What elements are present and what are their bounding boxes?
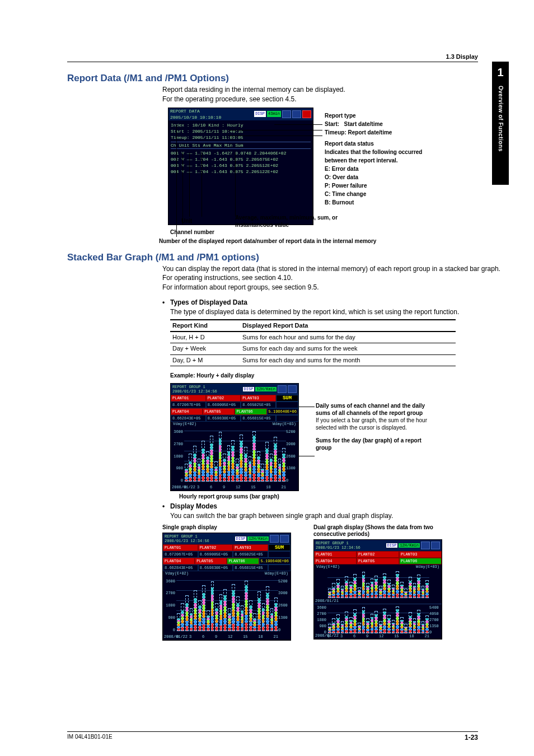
rpt-icon-1 [282, 110, 291, 118]
plant-val-2: 8.669005E+05 [206, 402, 241, 408]
sec2-p3: For information about report groups, see… [162, 283, 500, 292]
plant-val-1: 8.672067E+05 [171, 402, 206, 408]
section-stacked-bar-title: Stacked Bar Graph (/M1 and /PM1 options) [67, 252, 500, 263]
plant-hdr-3: PLANT03 [241, 395, 276, 402]
header-section: 1.3 Display [446, 53, 478, 60]
plant-val-3: 8.665025E+05 [241, 402, 276, 408]
plant-hdr-2: PLANT02 [206, 395, 241, 402]
td-r1b: Sums for each hour and sums for the day [240, 332, 456, 343]
ex-icon-1 [278, 385, 287, 393]
rpt-line-start: Start : 2005/11/11 10:40:35 [171, 128, 311, 134]
plant-val-5: 8.659830E+05 [206, 415, 241, 422]
rpt-row-2: 002 V —— 1.704 -1.643 0.075 2.205675E+02 [171, 156, 311, 162]
ex-mode: 12H/Kmin [255, 387, 277, 391]
plant-val-6: 8.656815E+05 [241, 415, 276, 422]
rpt-mode: 43min [267, 111, 281, 117]
rpt-row-3: 003 V —— 1.704 -1.643 0.075 2.205512E+02 [171, 162, 311, 169]
plant-hdr-5: PLANT05 [203, 408, 235, 415]
dual-graph-screenshot: REPORT GROUP 12008/01/23 12:34:56 DISP 1… [313, 539, 442, 640]
dual-date-2: 2008/01/22 [315, 633, 339, 638]
rpt-table-header: Ch Unit Sts Ave Max Min Sum [171, 142, 311, 149]
callout-status-desc2: between the report interval. [325, 157, 422, 165]
ylabel-left: Vday(E+02) [173, 422, 196, 426]
callout-timeup-k: Timeup: [325, 129, 346, 136]
plant-hdr-4: PLANT04 [171, 408, 203, 415]
callout-p: P: Power failure [325, 182, 422, 190]
plant-hdr-6: PLANT06 [235, 408, 266, 415]
rpt-row-4: 004 V —— 1.704 -1.643 0.075 2.205122E+02 [171, 169, 311, 175]
rpt-disp-btn: DISP [254, 111, 266, 117]
callout-avg: Average, maximum, minimum, sum, or insta… [235, 214, 364, 228]
callout-unit: Unit [181, 217, 192, 225]
sec1-p2: For the operating procedure, see section… [162, 95, 500, 104]
rpt-title-line1: REPORT DATA [170, 108, 221, 114]
bullet-types-title: Types of Displayed Data [170, 298, 247, 307]
callout-o: O: Over data [325, 174, 422, 181]
sec1-p1: Report data residing in the internal mem… [162, 85, 500, 95]
xticks: 036912151821 [184, 485, 286, 489]
ex-title2: 2008/01/23 12:34:56 [172, 389, 217, 394]
single-graph-screenshot: REPORT GROUP 12008/01/23 12:34:56 DISP 1… [162, 533, 291, 641]
report-callouts: Report type Start: Start date/time Timeu… [325, 112, 422, 207]
page-footer: IM 04L41B01-01E 1-23 [67, 731, 478, 741]
callout-channel: Channel number [170, 228, 214, 236]
report-kind-table: Report KindDisplayed Report Data Hour, H… [170, 319, 456, 367]
callout-index: Number of the displayed report data/numb… [159, 237, 472, 245]
single-caption: Single graph display [162, 524, 297, 531]
plant-sum-hdr: SUM [276, 395, 298, 402]
note1-bold: Daily sums of each channel and the daily… [316, 403, 425, 416]
xdate: 2008/01/22 [172, 485, 195, 489]
callout-start-v: Start date/time [344, 121, 382, 127]
ex-disp: DISP [243, 387, 255, 391]
sec2-p2: For operating instructions, see section … [162, 273, 500, 283]
rpt-icon-3 [302, 110, 311, 118]
td-r3b: Sums for each day and sums for the month [240, 354, 456, 366]
header-rule [67, 62, 478, 62]
bars-area [184, 431, 286, 482]
td-r2b: Sums for each day and sums for the week [240, 343, 456, 354]
rpt-title-line2: 2005/10/10 10:10:10 [170, 114, 221, 120]
modes-text: You can switch the bar graph between sin… [170, 511, 500, 521]
plant-hdr-1: PLANT01 [171, 395, 206, 402]
note1-text: If you select a bar graph, the sum of th… [316, 417, 427, 431]
footer-doc-id: IM 04L41B01-01E [67, 734, 113, 741]
td-r2a: Day + Week [170, 343, 240, 354]
td-r1a: Hour, H + D [170, 332, 240, 343]
report-data-figure: REPORT DATA 2005/10/10 10:10:10 DISP 43m… [162, 108, 476, 248]
ex-icon-2 [288, 385, 297, 393]
example-caption: Example: Hourly + daily display [170, 372, 500, 380]
ex-title1: REPORT GROUP 1 [172, 385, 217, 389]
callout-b: B: Burnout [325, 199, 422, 207]
callout-start-k: Start: [325, 121, 339, 127]
ylabel-right: Wday(E+03) [273, 422, 296, 426]
callout-timeup-v: Report date/time [348, 129, 392, 136]
chapter-tab: 1 Overview of Functions [492, 62, 509, 185]
chapter-label: Overview of Functions [498, 86, 504, 152]
sec2-p1: You can display the report data (that is… [162, 264, 500, 274]
example-below-caption: Hourly report group sums (bar graph) [179, 493, 500, 500]
example-screenshot: REPORT GROUP 1 2008/01/23 12:34:56 DISP … [170, 383, 299, 491]
plant-val-4: 8.662843E+05 [171, 415, 206, 422]
plant-sum-sp [276, 402, 298, 408]
note2-bold: Sums for the day (bar graph) of a report… [316, 437, 421, 451]
callout-status: Report data status [325, 140, 422, 148]
callout-c: C: Time change [325, 190, 422, 198]
rpt-icon-2 [292, 110, 301, 118]
callout-status-desc1: Indicates that the following occurred [325, 148, 422, 156]
bullet-modes-title: Display Modes [170, 502, 217, 511]
bullet-types-text: The type of displayed data is determined… [170, 307, 500, 317]
callout-report-type: Report type [325, 112, 422, 120]
dual-date-1: 2008/01/21 [315, 599, 339, 603]
rpt-row-1: 001 V —— 1.7043 -1.6427 0.0748 2.204406E… [171, 150, 311, 156]
yticks-right: 52003900260013000 [286, 430, 297, 483]
footer-page-num: 1-23 [465, 734, 478, 741]
dual-caption: Dual graph display (Shows the data from … [313, 524, 448, 538]
section-report-data-title: Report Data (/M1 and /PM1 Options) [67, 73, 500, 84]
th-kind: Report Kind [170, 320, 240, 332]
th-data: Displayed Report Data [240, 320, 456, 332]
plant-sum-val: 5.198640E+06 [267, 408, 298, 415]
yticks-left: 3600270018009000 [172, 430, 183, 483]
callout-e: E: Error data [325, 165, 422, 173]
td-r3a: Day, D + M [170, 354, 240, 366]
chapter-number: 1 [492, 66, 509, 79]
